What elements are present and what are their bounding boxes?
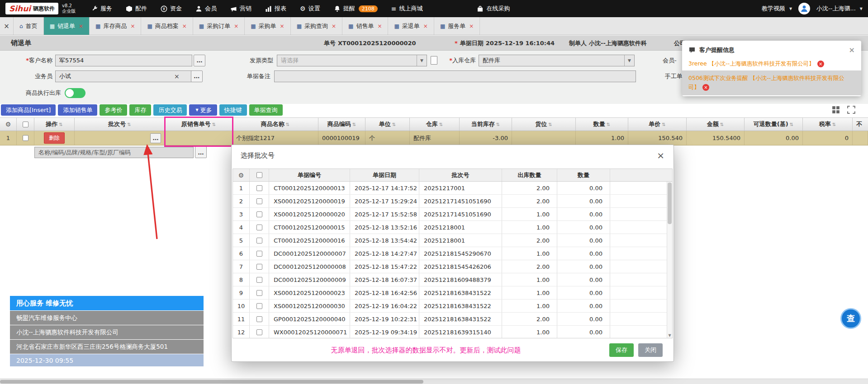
menu-online-mall[interactable]: ≡ 线上商城	[391, 5, 423, 13]
salesman-picker-button[interactable]: …	[191, 70, 203, 82]
col-unit-price[interactable]: 单价⇅	[628, 118, 687, 131]
col-returnable-qty[interactable]: 可退数量(基)⇅	[745, 118, 803, 131]
add-product-button[interactable]: 添加商品[Insert]	[1, 104, 56, 116]
col-qty[interactable]: 数量	[557, 169, 610, 181]
tab-stock-goods[interactable]: ▦ 库存商品 ×	[90, 17, 141, 35]
unit-price-cell[interactable]: 150.540	[628, 131, 687, 145]
stock-button[interactable]: 库存	[129, 104, 151, 116]
history-trade-button[interactable]: 历史交易	[153, 104, 187, 116]
grid-settings-cell[interactable]: ⚙	[0, 118, 17, 131]
menu-settings[interactable]: ⚙ 设置	[300, 5, 320, 13]
close-panel-icon[interactable]: ×	[849, 46, 855, 54]
batch-row[interactable]: 9 XS00012025120000023 2025-12-18 16:42:5…	[233, 286, 672, 300]
scrollbar-thumb[interactable]	[668, 183, 672, 224]
col-location[interactable]: 货位⇅	[512, 118, 576, 131]
close-tab-icon[interactable]: ×	[79, 23, 83, 29]
add-sales-order-button[interactable]: 添加销售单	[58, 104, 97, 116]
col-amount[interactable]: 金额⇅	[687, 118, 745, 131]
row-checkbox[interactable]	[256, 251, 262, 257]
doc-query-button[interactable]: 单据查询	[249, 104, 283, 116]
col-batch-no[interactable]: 批次号⇅	[75, 118, 165, 131]
execute-outbound-toggle[interactable]	[65, 88, 85, 98]
col-current-stock[interactable]: 当前库存⇅	[460, 118, 512, 131]
col-product-name[interactable]: 商品名称⇅	[232, 118, 318, 131]
user-menu[interactable]: 小沈--上海驷... ▼	[816, 5, 863, 13]
remark-input[interactable]	[274, 70, 636, 82]
tab-sales[interactable]: ▦ 销售单 ×	[342, 17, 388, 35]
column-settings-icon[interactable]	[832, 106, 840, 114]
product-search-picker-button[interactable]: …	[195, 146, 207, 158]
customer-picker-button[interactable]: …	[194, 55, 205, 66]
col-tax-rate[interactable]: 税率⇅	[803, 118, 853, 131]
floating-search-button[interactable]: 查	[840, 308, 861, 329]
col-unit[interactable]: 单位⇅	[365, 118, 410, 131]
row-checkbox[interactable]	[256, 290, 262, 296]
tab-home[interactable]: ⌂ 首页	[14, 17, 44, 35]
batch-row[interactable]: 10 XS00012025120000030 2025-12-19 16:04:…	[233, 300, 672, 313]
menu-member[interactable]: 会员	[195, 5, 217, 13]
scrollbar-thumb[interactable]	[0, 380, 423, 384]
batch-row[interactable]: 1 CT00012025120000013 2025-12-17 14:17:5…	[233, 182, 672, 195]
menu-report[interactable]: 报表	[265, 5, 286, 13]
menu-parts[interactable]: 配件	[126, 5, 147, 13]
product-search-input[interactable]	[34, 147, 194, 158]
select-all-checkbox[interactable]	[23, 122, 28, 127]
col-out-qty[interactable]: 出库数量	[502, 169, 557, 181]
close-tab-icon[interactable]: ×	[234, 23, 238, 29]
user-avatar[interactable]	[798, 3, 810, 14]
row-checkbox[interactable]	[256, 277, 262, 283]
customer-input[interactable]	[55, 55, 192, 66]
reminder-count-badge[interactable]: 2108	[359, 5, 378, 12]
row-checkbox[interactable]	[256, 211, 262, 217]
col-batch-no[interactable]: 批次号	[419, 169, 502, 181]
row-checkbox[interactable]	[256, 264, 262, 270]
quantity-cell[interactable]: 1.00	[576, 131, 628, 145]
horizontal-scrollbar[interactable]	[0, 379, 868, 384]
close-tab-icon[interactable]: ×	[130, 23, 135, 29]
reference-price-button[interactable]: 参考价	[100, 104, 127, 116]
location-cell[interactable]	[512, 131, 576, 145]
batch-row[interactable]: 5 CT00012025120000016 2025-12-18 13:54:4…	[233, 234, 672, 247]
scroll-down-arrow[interactable]: ▼	[667, 332, 672, 338]
shortcut-keys-button[interactable]: 快捷键	[219, 104, 247, 116]
close-tab-icon[interactable]: ×	[280, 23, 285, 29]
row-checkbox[interactable]	[256, 316, 262, 322]
row-checkbox[interactable]	[23, 135, 28, 141]
fullscreen-icon[interactable]	[847, 106, 855, 114]
col-doc-no[interactable]: 单据编号	[269, 169, 350, 181]
row-checkbox[interactable]	[256, 238, 262, 244]
invoice-type-select[interactable]: 请选择 ▼	[277, 55, 427, 66]
row-checkbox[interactable]	[256, 225, 262, 230]
batch-row[interactable]: 6 DC00012025120000007 2025-12-18 14:27:4…	[233, 247, 672, 260]
tab-purchase-query[interactable]: ▦ 采购查询 ×	[291, 17, 342, 35]
close-button[interactable]: 关闭	[638, 343, 663, 357]
tab-goods-archive[interactable]: ▦ 商品档案 ×	[141, 17, 193, 35]
row-checkbox[interactable]	[256, 198, 262, 204]
select-all-checkbox[interactable]	[256, 172, 262, 178]
modal-vertical-scrollbar[interactable]: ▼	[667, 182, 672, 338]
batch-row[interactable]: 12 WX00012025120000071 2025-12-19 09:34:…	[233, 326, 672, 338]
col-original-sale-no[interactable]: 原销售单号⇅	[165, 118, 232, 131]
col-warehouse[interactable]: 仓库⇅	[410, 118, 460, 131]
col-operation[interactable]: 操作⇅	[34, 118, 75, 131]
tab-sales-return[interactable]: ▦ 销退单 ×	[44, 17, 90, 35]
menu-marketing[interactable]: 营销	[230, 5, 251, 13]
batch-row[interactable]: 11 GP00012025120000040 2025-12-19 10:22:…	[233, 313, 672, 326]
clear-salesman-icon[interactable]: ×	[174, 73, 180, 80]
row-checkbox[interactable]	[256, 303, 262, 309]
dismiss-reminder-icon[interactable]: ×	[702, 84, 709, 91]
close-tab-icon[interactable]: ×	[332, 23, 336, 29]
warehouse-select[interactable]: 配件库 ▼	[479, 55, 635, 66]
batch-row[interactable]: 8 DC00012025120000009 2025-12-18 16:07:3…	[233, 273, 672, 286]
order-item-row[interactable]: 1 删除 … 个别指定1217 0000100019 个 配件库 -3.00 1…	[0, 131, 868, 145]
close-tab-icon[interactable]: ×	[423, 23, 428, 29]
close-tab-icon[interactable]: ×	[182, 23, 187, 29]
menu-funds[interactable]: ¥ 资金	[161, 5, 182, 13]
product-name-cell[interactable]: 个别指定1217	[232, 131, 318, 145]
batch-row[interactable]: 2 XS00012025120000019 2025-12-17 15:29:2…	[233, 195, 672, 208]
delete-row-button[interactable]: 删除	[44, 132, 65, 144]
dismiss-reminder-icon[interactable]: ×	[817, 61, 824, 67]
menu-online-purchase[interactable]: 在线采购	[477, 5, 510, 13]
col-quantity[interactable]: 数量⇅	[576, 118, 628, 131]
invoice-note-icon[interactable]	[431, 56, 437, 65]
